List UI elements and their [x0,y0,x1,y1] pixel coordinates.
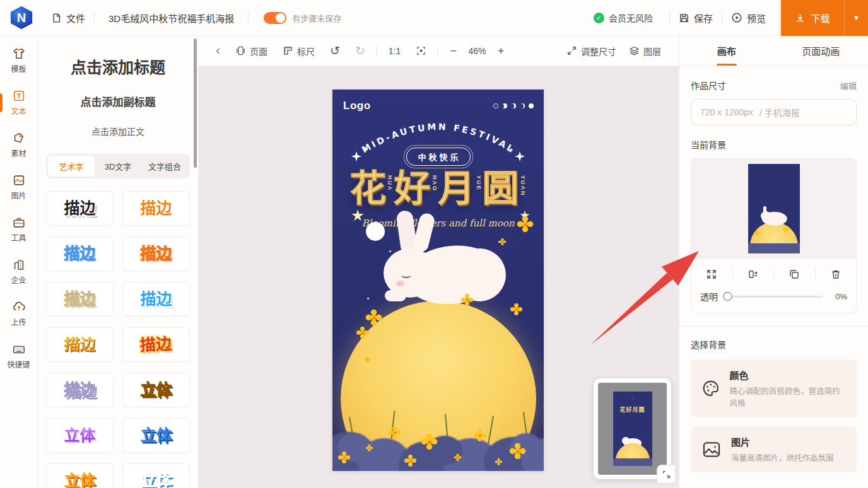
art-style-item[interactable]: 立体 [46,463,114,488]
art-style-item[interactable]: 描边 [122,236,190,271]
bg-replace-button[interactable] [732,269,774,280]
bg-fullscreen-button[interactable] [691,269,732,280]
autosave-toggle[interactable] [264,12,286,24]
redo-button[interactable]: ↻ [349,41,372,61]
file-menu[interactable]: 文件 [42,0,94,35]
resize-button[interactable]: 调整尺寸 [560,41,623,61]
art-style-item[interactable]: 描边 [46,191,114,226]
bg-delete-button[interactable] [815,269,857,280]
opacity-control: 透明 0% [691,290,856,313]
opacity-slider-knob[interactable] [723,292,732,301]
collapse-panel-button[interactable] [210,41,226,61]
download-icon [795,13,806,23]
sidebar-item-label: 图片 [11,190,26,200]
add-subtitle-button[interactable]: 点击添加副标题 [38,93,198,109]
sidebar-item-shortcuts[interactable]: 快捷键 [0,339,37,373]
page-icon [235,45,246,56]
bg-actions-row [691,259,856,289]
download-options-caret[interactable]: ▼ [844,0,868,36]
poster-badge: 中秋快乐 [406,148,470,166]
document-title[interactable]: 3D毛绒风中秋节祝福手机海报 [95,11,248,25]
sidebar-item-label: 文本 [11,105,26,116]
sidebar-item-tools[interactable]: 工具 [0,212,37,246]
file-icon [51,13,62,23]
text-icon [12,89,26,103]
layers-button[interactable]: 图层 [623,41,667,61]
sidebar-item-label: 上传 [11,317,26,327]
workspace[interactable]: Logo MID-AUTUMN FESTIVAL [199,66,679,488]
divider [438,46,438,56]
tab-art-text[interactable]: 艺术字 [48,156,95,177]
edit-size-link[interactable]: 编辑 [840,79,857,91]
opacity-slider[interactable] [724,296,823,298]
download-button[interactable]: 下载 [781,0,844,36]
art-style-item[interactable]: 描边 [46,327,114,362]
autosave-status: 有步骤未保存 [292,12,341,24]
add-title-button[interactable]: 点击添加标题 [38,55,198,78]
art-style-item[interactable]: 描边 [122,282,190,317]
bg-option-title: 颜色 [730,368,847,381]
picture-icon [701,439,722,460]
size-section-label: 作品尺寸 [691,79,726,91]
sidebar-item-upload[interactable]: 上传 [0,297,37,330]
fit-screen-icon [416,45,426,56]
bg-option-desc: 精心调配的百搭颜色，营造简约风格 [730,385,847,409]
add-body-button[interactable]: 点击添加正文 [38,125,198,137]
bg-copy-button[interactable] [773,269,815,280]
art-style-item[interactable]: 描边 [122,191,190,226]
flower-icon [366,358,368,361]
member-status[interactable]: ✓ 会员无风险 [577,11,669,24]
check-circle-icon: ✓ [594,13,604,23]
art-style-item[interactable]: 描边 [46,236,114,271]
sidebar-item-images[interactable]: 图片 [0,170,37,204]
tab-canvas[interactable]: 画布 [679,36,774,66]
toolbox-icon [12,216,26,229]
page-button[interactable]: 页面 [229,41,274,61]
save-button[interactable]: 保存 [670,0,722,35]
ruler-button[interactable]: 标尺 [276,41,321,61]
zoom-in-button[interactable]: + [491,41,510,61]
size-input[interactable]: 720 x 1280px / 手机海报 [691,99,857,125]
bg-option-image[interactable]: 图片 海量高清图片，烘托作品氛围 [691,426,857,472]
sidebar-item-label: 模板 [11,63,26,74]
flower-icon [360,330,365,335]
art-style-item[interactable]: 立体 [46,418,114,453]
sidebar-item-label: 快捷键 [7,359,30,369]
sticker-icon [12,131,26,145]
zoom-level[interactable]: 46% [466,46,488,56]
current-bg-card: 透明 0% [691,158,857,313]
sidebar-item-text[interactable]: 文本 [0,86,37,119]
title-char: 圆 [483,170,519,207]
opacity-value: 0% [830,292,847,301]
sidebar-item-enterprise[interactable]: 企业 [0,255,37,288]
art-style-item[interactable]: 描边 [46,282,114,317]
tab-3d-text[interactable]: 3D文字 [95,156,141,177]
size-value: 720 x 1280px [700,107,753,117]
preview-button[interactable]: 预览 [722,0,775,35]
fit-screen-button[interactable] [409,41,433,61]
art-style-item[interactable]: 立体 [122,463,190,488]
sidebar-item-assets[interactable]: 素材 [0,128,37,161]
zoom-out-button[interactable]: − [443,41,463,61]
flower-icon [371,315,377,320]
keyboard-icon [12,342,26,356]
zoom-ratio-button[interactable]: 1:1 [382,41,407,61]
tab-text-combo[interactable]: 文字组合 [141,156,188,177]
art-style-item[interactable]: 描边 [122,327,190,362]
bg-option-color[interactable]: 颜色 精心调配的百搭颜色，营造简约风格 [691,359,857,417]
trash-icon [830,269,842,280]
panel-scrollbar[interactable] [194,38,197,168]
art-style-item[interactable]: 立体 [122,373,190,407]
art-style-item[interactable]: 立体 [122,418,190,453]
expand-preview-button[interactable] [657,465,676,484]
preview-button-label: 预览 [747,11,766,25]
sidebar-item-templates[interactable]: 模板 [0,44,37,77]
app-logo[interactable]: N [9,6,33,30]
preview-inner: ⌒ 花好月圆 [598,383,667,475]
tab-page-animation[interactable]: 页面动画 [774,36,868,66]
page-preview-thumbnail[interactable]: ⌒ 花好月圆 [594,378,671,479]
poster-canvas[interactable]: Logo MID-AUTUMN FESTIVAL [332,90,544,471]
undo-button[interactable]: ↺ [324,41,346,61]
bg-thumbnail[interactable] [748,164,800,253]
art-style-item[interactable]: 描边 [46,373,114,407]
